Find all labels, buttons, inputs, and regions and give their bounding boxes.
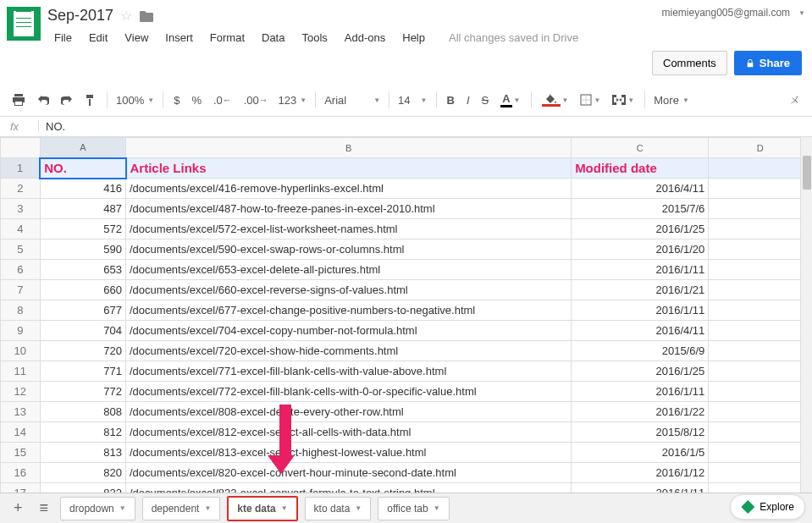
all-sheets-button[interactable]: ≡	[33, 496, 56, 520]
cell-B13[interactable]: /documents/excel/808-excel-delete-every-…	[126, 402, 572, 422]
undo-icon[interactable]	[32, 91, 54, 108]
vertical-scrollbar[interactable]	[800, 137, 812, 513]
cell-D16[interactable]	[709, 463, 812, 483]
cell-A9[interactable]: 704	[40, 321, 125, 341]
cell-A7[interactable]: 660	[40, 280, 125, 300]
cell-A3[interactable]: 487	[40, 199, 125, 219]
cell-A10[interactable]: 720	[40, 341, 125, 361]
cell-C11[interactable]: 2016/1/25	[572, 361, 709, 382]
row-header-7[interactable]: 7	[1, 280, 41, 300]
row-header-9[interactable]: 9	[1, 321, 41, 341]
cell-A16[interactable]: 820	[40, 463, 125, 483]
cell-B7[interactable]: /documents/excel/660-excel-reverse-signs…	[126, 280, 572, 300]
sheet-tab-kto-data[interactable]: kto data▼	[305, 497, 372, 520]
redo-icon[interactable]	[56, 91, 78, 108]
cell-B3[interactable]: /documents/excel/487-how-to-freeze-panes…	[126, 199, 572, 219]
cell-C15[interactable]: 2016/1/5	[572, 443, 709, 463]
cell-C16[interactable]: 2016/1/12	[572, 463, 709, 483]
cell-C1[interactable]: Modified date	[572, 158, 709, 179]
comments-button[interactable]: Comments	[652, 51, 727, 75]
cell-D12[interactable]	[709, 382, 812, 402]
explore-button[interactable]: Explore	[730, 494, 805, 520]
share-button[interactable]: Share	[734, 51, 802, 75]
cell-D14[interactable]	[709, 422, 812, 443]
spreadsheet-grid[interactable]: A B C D 1 NO. Article Links Modified dat…	[0, 137, 812, 504]
font-select[interactable]: Arial▼	[321, 92, 384, 108]
cell-D11[interactable]	[709, 361, 812, 382]
cell-B10[interactable]: /documents/excel/720-excel-show-hide-com…	[126, 341, 572, 361]
currency-button[interactable]: $	[168, 91, 185, 110]
cell-D2[interactable]	[709, 179, 812, 199]
cell-A15[interactable]: 813	[40, 443, 125, 463]
cell-C6[interactable]: 2016/1/11	[572, 260, 709, 280]
decrease-decimal-button[interactable]: .0←	[208, 91, 237, 110]
cell-A2[interactable]: 416	[40, 179, 125, 199]
sheets-logo[interactable]	[7, 7, 41, 41]
cell-D6[interactable]	[709, 260, 812, 280]
cell-B14[interactable]: /documents/excel/812-excel-select-all-ce…	[126, 422, 572, 443]
cell-C5[interactable]: 2016/1/20	[572, 239, 709, 260]
cell-A13[interactable]: 808	[40, 402, 125, 422]
row-header-1[interactable]: 1	[1, 158, 41, 179]
cell-D13[interactable]	[709, 402, 812, 422]
cell-B8[interactable]: /documents/excel/677-excel-change-positi…	[126, 300, 572, 321]
cell-C12[interactable]: 2016/1/11	[572, 382, 709, 402]
row-header-11[interactable]: 11	[1, 361, 41, 382]
cell-B4[interactable]: /documents/excel/572-excel-list-workshee…	[126, 219, 572, 239]
cell-D15[interactable]	[709, 443, 812, 463]
cell-A8[interactable]: 677	[40, 300, 125, 321]
cell-B15[interactable]: /documents/excel/813-excel-select-highes…	[126, 443, 572, 463]
percent-button[interactable]: %	[186, 91, 207, 110]
cell-A6[interactable]: 653	[40, 260, 125, 280]
cell-C10[interactable]: 2015/6/9	[572, 341, 709, 361]
fill-color-button[interactable]: ▼	[537, 91, 574, 110]
print-icon[interactable]	[7, 91, 30, 109]
cell-C8[interactable]: 2016/1/11	[572, 300, 709, 321]
col-header-C[interactable]: C	[572, 138, 709, 158]
cell-A14[interactable]: 812	[40, 422, 125, 443]
increase-decimal-button[interactable]: .00→	[239, 91, 273, 110]
borders-button[interactable]: ▼	[575, 91, 605, 109]
folder-icon[interactable]	[139, 9, 154, 23]
row-header-5[interactable]: 5	[1, 239, 41, 260]
zoom-select[interactable]: 100%▼	[113, 92, 157, 108]
row-header-12[interactable]: 12	[1, 382, 41, 402]
cell-B1[interactable]: Article Links	[126, 158, 572, 179]
cell-B16[interactable]: /documents/excel/820-excel-convert-hour-…	[126, 463, 572, 483]
document-title[interactable]: Sep-2017	[47, 7, 113, 25]
cell-B2[interactable]: /documents/excel/416-remove-hyperlinks-e…	[126, 179, 572, 199]
menu-file[interactable]: File	[47, 28, 79, 47]
row-header-6[interactable]: 6	[1, 260, 41, 280]
cell-C7[interactable]: 2016/1/21	[572, 280, 709, 300]
row-header-3[interactable]: 3	[1, 199, 41, 219]
cell-C2[interactable]: 2016/4/11	[572, 179, 709, 199]
row-header-14[interactable]: 14	[1, 422, 41, 443]
row-header-8[interactable]: 8	[1, 300, 41, 321]
sheet-tab-office-tab[interactable]: office tab▼	[378, 497, 449, 520]
cell-A12[interactable]: 772	[40, 382, 125, 402]
row-header-13[interactable]: 13	[1, 402, 41, 422]
col-header-D[interactable]: D	[709, 138, 812, 158]
bold-button[interactable]: B	[442, 91, 460, 110]
strikethrough-button[interactable]: S	[477, 91, 494, 110]
cell-D3[interactable]	[709, 199, 812, 219]
italic-button[interactable]: I	[461, 91, 475, 110]
select-all-cell[interactable]	[1, 138, 41, 158]
menu-format[interactable]: Format	[203, 28, 251, 47]
cell-D5[interactable]	[709, 239, 812, 260]
cell-B12[interactable]: /documents/excel/772-excel-fill-blank-ce…	[126, 382, 572, 402]
menu-addons[interactable]: Add-ons	[338, 28, 392, 47]
cell-D10[interactable]	[709, 341, 812, 361]
collapse-toolbar-icon[interactable]: ㄨ	[784, 89, 805, 111]
fx-content[interactable]: NO.	[39, 120, 72, 133]
user-email[interactable]: miemieyang005@gmail.com	[662, 7, 791, 19]
menu-tools[interactable]: Tools	[295, 28, 334, 47]
menu-edit[interactable]: Edit	[82, 28, 114, 47]
scroll-thumb[interactable]	[803, 156, 811, 190]
paint-format-icon[interactable]	[80, 91, 102, 109]
more-button[interactable]: More▼	[650, 92, 693, 108]
sheet-tab-kte-data[interactable]: kte data▼	[227, 496, 297, 521]
cell-A5[interactable]: 590	[40, 239, 125, 260]
row-header-4[interactable]: 4	[1, 219, 41, 239]
cell-D1[interactable]	[709, 158, 812, 179]
